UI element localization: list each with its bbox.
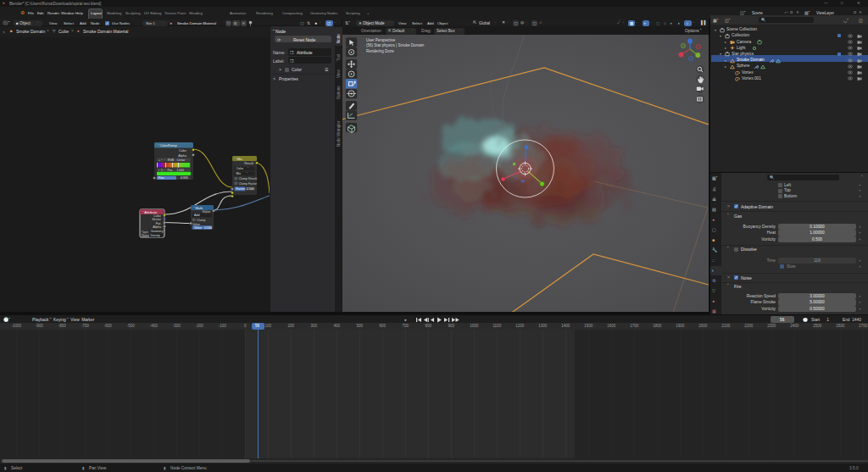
svg-text:Alpha: Alpha [178,154,187,158]
svg-text:Clamp: Clamp [197,219,205,222]
svg-text:Color: Color [179,149,187,153]
svg-text:Result: Result [244,162,254,165]
svg-text:Vector: Vector [152,218,161,221]
svg-text:+ − ˇ RGB Linear: + − ˇ RGB Linear [159,158,186,162]
svg-text:‹ 5 › Pos 1.000: ‹ 5 › Pos 1.000 [159,169,184,172]
svg-text:Clamp Result: Clamp Result [239,177,258,180]
svg-text:Pos: Pos [159,176,164,180]
svg-text:Add ˇ: Add ˇ [194,214,207,217]
svg-text:Value: Value [203,210,210,214]
svg-text:Color: Color [153,214,162,218]
svg-text:Value 0.500: Value 0.500 [194,226,212,230]
svg-text:Factor 0.500: Factor 0.500 [236,187,254,191]
svg-text:0.591: 0.591 [181,176,188,180]
svg-text:ˇ ColorRamp: ˇ ColorRamp [158,143,177,147]
svg-text:Clamp Factor: Clamp Factor [239,182,258,186]
svg-text:Type:: Type: [142,230,149,234]
svg-text:Fac: Fac [156,222,161,225]
svg-text:Value: Value [192,223,200,226]
svg-text:Mix ˇ: Mix ˇ [236,172,249,175]
svg-text:Density: Density [151,234,161,237]
svg-text:Alpha: Alpha [153,225,162,229]
svg-text:Geometry ˇ: Geometry ˇ [151,230,166,233]
svg-text:Color ˇ: Color ˇ [236,167,250,170]
svg-text:ˇ Mix: ˇ Mix [235,157,242,161]
